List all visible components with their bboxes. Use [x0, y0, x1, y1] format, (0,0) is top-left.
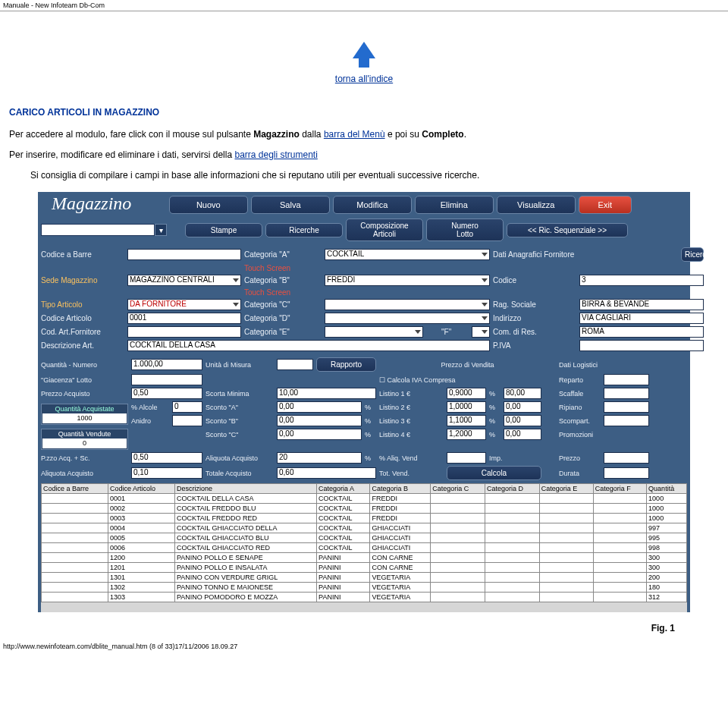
field-piva[interactable]: [579, 340, 704, 351]
table-header: Codice a Barre: [42, 484, 108, 494]
label-listino4: Listino 4 €: [379, 431, 444, 439]
data-table: Codice a BarreCodice ArticoloDescrizione…: [41, 483, 687, 612]
field-listino4[interactable]: 1,2000: [447, 429, 486, 440]
label-listino3: Listino 3 €: [379, 417, 444, 425]
field-pct2[interactable]: 0,00: [504, 401, 541, 413]
field-codice-barre[interactable]: [127, 249, 241, 260]
field-aliq-acq-pct[interactable]: 20: [277, 452, 362, 464]
field-cat-a[interactable]: COCKTAIL: [325, 249, 490, 260]
ricerca-button[interactable]: Ricerca: [681, 247, 704, 262]
arrow-up-icon: [353, 42, 375, 58]
table-row[interactable]: 0005COCKTAIL GHIACCIATO BLUCOCKTAILGHIAC…: [42, 533, 687, 543]
pct-aliq: %: [365, 454, 376, 462]
table-header: Codice Articolo: [108, 484, 174, 494]
field-cat-c[interactable]: [325, 299, 490, 310]
field-anidro[interactable]: [172, 415, 202, 426]
field-codice-articolo[interactable]: 0001: [127, 313, 241, 324]
field-scorta-min[interactable]: 10,00: [277, 388, 376, 399]
table-header: Descrizione: [174, 484, 316, 494]
field-quantita-num[interactable]: 1.000,00: [131, 359, 202, 370]
elimina-button[interactable]: Elimina: [415, 196, 494, 214]
stampe-button[interactable]: Stampe: [185, 223, 262, 237]
table-header: Categoria B: [370, 484, 431, 494]
page-title: Manuale - New Infoteam Db-Com: [0, 0, 728, 11]
table-row[interactable]: 1303PANINO POMODORO E MOZZAPANINIVEGETAR…: [42, 593, 687, 602]
field-sconto-b[interactable]: 0,00: [277, 415, 362, 426]
quick-search-input[interactable]: [41, 224, 155, 236]
table-row[interactable]: 1301PANINO CON VERDURE GRIGLPANINIVEGETA…: [42, 573, 687, 583]
field-cod-art-fornitore[interactable]: [127, 326, 241, 338]
ric-sequenziale-button[interactable]: << Ric. Sequenziale >>: [507, 223, 628, 237]
calcola-button[interactable]: Calcola: [447, 466, 541, 480]
numero-lotto-button[interactable]: Numero Lotto: [426, 218, 504, 241]
label-alcole: % Alcole: [131, 404, 169, 411]
table-row[interactable]: 1302PANINO TONNO E MAIONESEPANINIVEGETAR…: [42, 583, 687, 593]
dropdown-icon[interactable]: ▾: [155, 224, 167, 236]
table-row[interactable]: 0006COCKTAIL GHIACCIATO REDCOCKTAILGHIAC…: [42, 543, 687, 553]
field-pct4[interactable]: 0,00: [504, 429, 541, 440]
label-aliq-acq-pct: Aliquota Acquisto: [206, 454, 274, 462]
ricerche-button[interactable]: Ricerche: [265, 223, 343, 237]
field-rag-sociale[interactable]: BIRRA & BEVANDE: [579, 299, 704, 310]
table-row[interactable]: 0003COCKTAIL FREDDO REDCOCKTAILFREDDI100…: [42, 514, 687, 523]
footer-url: http://www.newinfoteam.com/dblite_manual…: [0, 641, 728, 652]
label-prezzo-vendita: Prezzo di Vendita: [379, 361, 556, 369]
label-pzzo-acq-sc: P.zzo Acq. + Sc.: [41, 454, 128, 462]
label-totale-acq: Totale Acquisto: [206, 470, 274, 477]
field-pct1[interactable]: 80,00: [504, 388, 541, 399]
field-durata[interactable]: [604, 467, 649, 479]
rapporto-button[interactable]: Rapporto: [316, 357, 376, 372]
field-sconto-a[interactable]: 0,00: [277, 401, 362, 413]
field-prezzo-promo[interactable]: [604, 452, 649, 464]
toolbar-link[interactable]: barra degli strumenti: [234, 149, 317, 160]
field-listino2[interactable]: 1,0000: [447, 401, 486, 413]
field-tipo-articolo[interactable]: DA FORNITORE: [127, 299, 241, 310]
label-cat-f: "F": [441, 328, 469, 336]
field-listino1[interactable]: 0,9000: [447, 388, 486, 399]
visualizza-button[interactable]: Visualizza: [497, 196, 576, 214]
label-piva: P.IVA: [493, 341, 576, 350]
field-totale-acq[interactable]: 0,60: [277, 467, 376, 479]
field-sede-magazzino[interactable]: MAGAZZINO CENTRALI: [127, 275, 241, 286]
label-tot-vend: Tot. Vend.: [379, 470, 444, 477]
nuovo-button[interactable]: Nuovo: [169, 196, 248, 214]
field-ripiano[interactable]: [604, 401, 649, 413]
label-rag-sociale: Rag. Sociale: [493, 300, 576, 309]
field-indirizzo[interactable]: VIA CAGLIARI: [579, 313, 704, 324]
field-alcole[interactable]: 0: [172, 401, 202, 413]
field-codice-forn[interactable]: 3: [579, 275, 704, 286]
field-cat-f[interactable]: [472, 326, 490, 338]
field-cat-b[interactable]: FREDDI: [325, 275, 490, 286]
modifica-button[interactable]: Modifica: [333, 196, 412, 214]
composizione-button[interactable]: Composizione Articoli: [346, 218, 423, 241]
field-unita-misura[interactable]: [277, 359, 313, 370]
table-row[interactable]: 0002COCKTAIL FREDDO BLUCOCKTAILFREDDI100…: [42, 504, 687, 514]
field-pzzo-acq-sc[interactable]: 0,50: [131, 452, 202, 464]
field-reparto[interactable]: [604, 374, 649, 385]
field-com-res[interactable]: ROMA: [579, 326, 704, 338]
table-row[interactable]: 1201PANINO POLLO E INSALATAPANINICON CAR…: [42, 563, 687, 573]
field-listino3[interactable]: 1,1000: [447, 415, 486, 426]
field-prezzo-acq[interactable]: 0,50: [131, 388, 202, 399]
pct-label-1: %: [489, 390, 500, 398]
table-header: Categoria D: [485, 484, 539, 494]
table-row[interactable]: 0004COCKTAIL GHIACCIATO DELLACOCKTAILGHI…: [42, 523, 687, 533]
salva-button[interactable]: Salva: [251, 196, 330, 214]
field-giacenza[interactable]: [131, 374, 202, 385]
field-cat-d[interactable]: [325, 313, 490, 324]
table-header: Categoria E: [539, 484, 593, 494]
field-scompart[interactable]: [604, 415, 649, 426]
menu-bar-link[interactable]: barra del Menù: [324, 129, 385, 140]
table-row[interactable]: 1200PANINO POLLO E SENAPEPANINICON CARNE…: [42, 553, 687, 563]
table-row[interactable]: 0001COCKTAIL DELLA CASACOCKTAILFREDDI100…: [42, 494, 687, 504]
field-cat-e[interactable]: [325, 326, 423, 338]
field-aliq-vend[interactable]: [447, 452, 486, 464]
field-aliquota-acq2[interactable]: 0,10: [131, 467, 202, 479]
field-descrizione[interactable]: COCKTAIL DELLA CASA: [127, 340, 490, 351]
exit-button[interactable]: Exit: [579, 196, 632, 214]
field-scaffale[interactable]: [604, 388, 649, 399]
field-sconto-c[interactable]: 0,00: [277, 429, 362, 440]
stat-quant-vend: Quantità Vendute 0: [41, 429, 128, 450]
field-pct3[interactable]: 0,00: [504, 415, 541, 426]
back-to-index-link[interactable]: torna all'indice: [0, 74, 728, 84]
